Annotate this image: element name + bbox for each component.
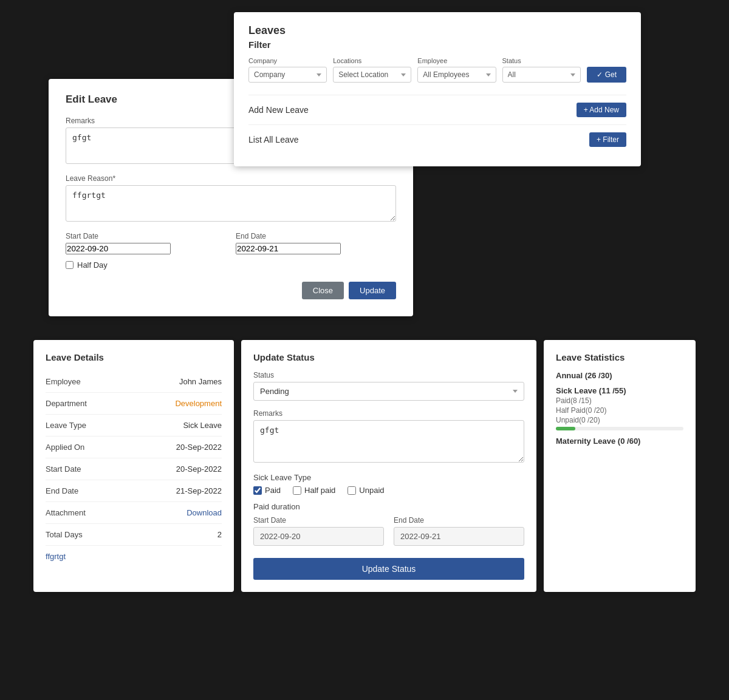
leave-type-value: Sick Leave	[183, 421, 222, 430]
get-button[interactable]: ✓ Get	[587, 67, 626, 83]
half-day-row: Half Day	[66, 260, 396, 270]
status-select-label: Status	[253, 371, 524, 379]
paid-stat-label: Paid(8 /15)	[556, 396, 683, 405]
duration-start-date-field: Start Date	[253, 516, 384, 546]
update-status-title: Update Status	[253, 352, 524, 362]
unpaid-stat-label: Unpaid(0 /20)	[556, 416, 683, 424]
paid-checkbox-item: Paid	[253, 486, 281, 495]
sick-leave-type-label: Sick Leave Type	[253, 473, 524, 482]
attachment-label: Attachment	[46, 508, 86, 517]
paid-checkbox-label: Paid	[265, 486, 281, 495]
applied-on-label: Applied On	[46, 443, 84, 452]
department-row: Department Development	[46, 393, 222, 415]
status-field: Status All	[502, 57, 581, 83]
company-label: Company	[248, 57, 327, 64]
stat-bar-container	[556, 427, 683, 430]
paid-duration-label: Paid duration	[253, 502, 524, 511]
status-select[interactable]: All	[502, 67, 581, 83]
department-value: Development	[175, 399, 222, 408]
annual-stat: Annual (26 /30)	[556, 371, 683, 380]
half-day-checkbox[interactable]	[66, 261, 74, 269]
total-days-label: Total Days	[46, 530, 83, 539]
end-date-input[interactable]	[236, 243, 341, 254]
leave-type-row: Leave Type Sick Leave	[46, 415, 222, 437]
annual-stat-label: Annual (26 /30)	[556, 371, 683, 380]
list-all-row: List All Leave + Filter	[248, 124, 626, 154]
check-icon: ✓	[597, 70, 603, 79]
status-dropdown[interactable]: Pending	[253, 382, 524, 401]
add-new-label: Add New Leave	[248, 105, 309, 115]
close-button[interactable]: Close	[302, 282, 344, 299]
reason-textarea[interactable]: ffgrtgt	[66, 185, 396, 222]
remarks-field-input[interactable]: gfgt	[253, 420, 524, 463]
locations-label: Locations	[333, 57, 411, 64]
remarks-field: Remarks gfgt	[253, 409, 524, 464]
leave-type-label: Leave Type	[46, 421, 86, 430]
sick-leave-stat-label: Sick Leave (11 /55)	[556, 386, 683, 395]
detail-end-date-value: 21-Sep-2022	[176, 486, 222, 495]
status-label: Status	[502, 57, 581, 64]
end-date-label: End Date	[236, 232, 396, 240]
unpaid-checkbox[interactable]	[347, 486, 356, 495]
duration-end-date-label: End Date	[394, 516, 524, 525]
detail-start-date-value: 20-Sep-2022	[176, 464, 222, 474]
paid-checkbox[interactable]	[253, 486, 262, 495]
filter-row: Company Company Locations Select Locatio…	[248, 57, 626, 83]
end-date-field: End Date	[236, 232, 396, 254]
half-paid-checkbox[interactable]	[293, 486, 301, 495]
update-status-button[interactable]: Update Status	[253, 558, 524, 580]
half-paid-checkbox-label: Half paid	[304, 486, 335, 495]
duration-start-date-label: Start Date	[253, 516, 384, 525]
employee-row: Employee John James	[46, 371, 222, 393]
filter-title: Filter	[248, 39, 626, 50]
locations-select[interactable]: Select Location	[333, 67, 411, 83]
add-new-row: Add New Leave + Add New	[248, 95, 626, 124]
leave-statistics-panel: Leave Statistics Annual (26 /30) Sick Le…	[544, 340, 696, 592]
sick-leave-checkboxes: Paid Half paid Unpaid	[253, 486, 524, 495]
start-date-input[interactable]	[66, 243, 171, 254]
start-date-field: Start Date	[66, 232, 226, 254]
start-date-label: Start Date	[66, 232, 226, 240]
date-row: Start Date End Date	[66, 232, 396, 254]
duration-end-date-input[interactable]	[394, 527, 524, 546]
total-days-row: Total Days 2	[46, 524, 222, 546]
detail-end-date-label: End Date	[46, 486, 78, 495]
download-link[interactable]: Download	[187, 508, 222, 517]
employee-value: John James	[179, 377, 222, 386]
list-all-label: List All Leave	[248, 135, 299, 144]
company-select[interactable]: Company	[248, 67, 327, 83]
maternity-stat: Maternity Leave (0 /60)	[556, 437, 683, 446]
employee-select[interactable]: All Employees	[417, 67, 496, 83]
detail-remark: ffgrtgt	[46, 546, 222, 561]
applied-on-row: Applied On 20-Sep-2022	[46, 437, 222, 458]
add-new-button[interactable]: + Add New	[577, 103, 626, 117]
employee-label: Employee	[417, 57, 496, 64]
leave-details-panel: Leave Details Employee John James Depart…	[33, 340, 234, 592]
remarks-field-label: Remarks	[253, 409, 524, 418]
detail-end-date-row: End Date 21-Sep-2022	[46, 480, 222, 502]
leaves-title: Leaves	[248, 24, 626, 37]
leave-details-title: Leave Details	[46, 352, 222, 362]
company-field: Company Company	[248, 57, 327, 83]
department-label: Department	[46, 399, 87, 408]
update-button[interactable]: Update	[349, 282, 396, 299]
bottom-container: Leave Details Employee John James Depart…	[33, 340, 696, 592]
detail-start-date-row: Start Date 20-Sep-2022	[46, 458, 222, 480]
unpaid-checkbox-label: Unpaid	[359, 486, 384, 495]
maternity-stat-label: Maternity Leave (0 /60)	[556, 437, 683, 446]
employee-label: Employee	[46, 377, 81, 386]
total-days-value: 2	[217, 530, 222, 539]
half-day-label: Half Day	[77, 260, 108, 270]
leave-stats-title: Leave Statistics	[556, 352, 683, 362]
leaves-filter-panel: Leaves Filter Company Company Locations …	[234, 12, 641, 166]
locations-field: Locations Select Location	[333, 57, 411, 83]
sick-leave-type-section: Sick Leave Type Paid Half paid Unpaid	[253, 473, 524, 495]
filter-button[interactable]: + Filter	[589, 132, 626, 147]
half-paid-stat-label: Half Paid(0 /20)	[556, 406, 683, 415]
attachment-row: Attachment Download	[46, 502, 222, 524]
duration-dates: Start Date End Date	[253, 516, 524, 546]
reason-group: Leave Reason* ffgrtgt	[66, 174, 396, 223]
detail-start-date-label: Start Date	[46, 464, 81, 474]
form-actions: Close Update	[66, 282, 396, 299]
duration-start-date-input[interactable]	[253, 527, 384, 546]
